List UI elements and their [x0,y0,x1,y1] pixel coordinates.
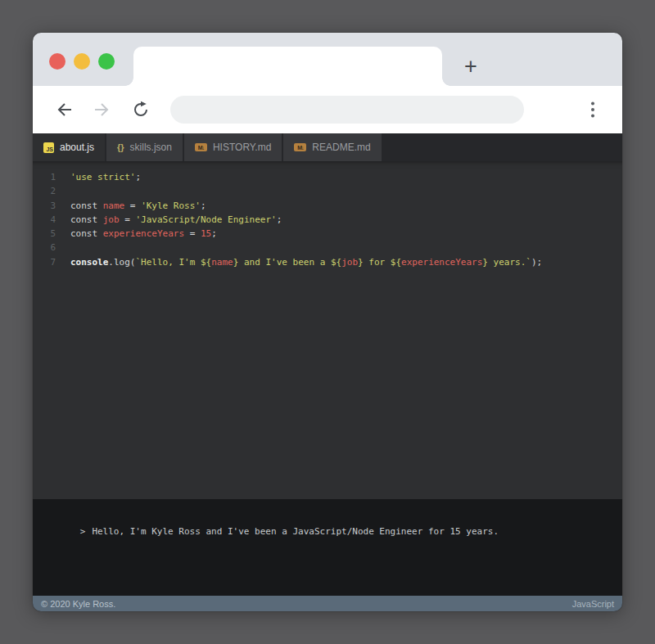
browser-window: + JSabout.js{}skills.jsonM↓HISTORY.mdM↓R… [33,33,622,611]
json-file-icon: {} [117,142,124,152]
new-tab-button[interactable]: + [457,52,485,80]
code-line: 4const job = 'JavaScript/Node Engineer'; [33,213,622,227]
forward-button[interactable] [93,100,112,119]
code-line: 3const name = 'Kyle Ross'; [33,199,622,213]
editor-tab-label: README.md [312,142,370,153]
editor-tab-history-md[interactable]: M↓HISTORY.md [184,133,282,161]
window-minimize-button[interactable] [74,53,90,70]
browser-tab[interactable] [133,47,442,86]
status-bar: © 2020 Kyle Ross. JavaScript [33,596,622,611]
code-text: const job = 'JavaScript/Node Engineer'; [70,213,282,227]
code-editor: 1'use strict';2 3const name = 'Kyle Ross… [33,161,622,499]
code-line: 5const experienceYears = 15; [33,227,622,241]
code-text [70,184,76,198]
code-line: 1'use strict'; [33,170,622,184]
editor-tab-readme-md[interactable]: M↓README.md [283,133,381,161]
js-file-icon: JS [43,142,54,153]
code-line: 7console.log(`Hello, I'm ${name} and I'v… [33,255,622,269]
editor-tab-label: HISTORY.md [213,142,271,153]
window-close-button[interactable] [49,53,66,70]
url-bar[interactable] [170,96,524,124]
md-file-icon: M↓ [195,143,207,151]
code-text: console.log(`Hello, I'm ${name} and I've… [70,255,542,269]
line-number: 1 [33,170,56,184]
editor-tab-about-js[interactable]: JSabout.js [33,133,105,161]
line-number: 3 [33,199,56,213]
code-text: const experienceYears = 15; [70,227,217,241]
code-text: 'use strict'; [70,170,141,184]
console-output: >Hello, I'm Kyle Ross and I've been a Ja… [33,499,622,547]
console-message: Hello, I'm Kyle Ross and I've been a Jav… [92,526,499,537]
code-line: 6 [33,241,622,254]
editor-tab-label: about.js [60,142,94,153]
back-button[interactable] [54,100,74,119]
line-number: 2 [33,184,56,198]
window-maximize-button[interactable] [98,53,115,70]
editor-tab-skills-json[interactable]: {}skills.json [106,133,183,161]
md-file-icon: M↓ [294,143,306,151]
language-badge: JavaScript [572,599,614,609]
menu-button[interactable] [587,100,599,119]
editor-tab-bar: JSabout.js{}skills.jsonM↓HISTORY.mdM↓REA… [33,133,622,161]
line-number: 5 [33,227,56,241]
code-text: const name = 'Kyle Ross'; [70,199,206,213]
code-line: 2 [33,184,622,198]
console-prompt: > [80,526,86,537]
browser-toolbar [33,86,622,133]
console-panel: >Hello, I'm Kyle Ross and I've been a Ja… [33,499,622,596]
line-number: 7 [33,255,56,269]
copyright-text: © 2020 Kyle Ross. [41,599,115,609]
editor-tab-label: skills.json [130,142,172,153]
browser-chrome: + [33,33,622,86]
line-number: 6 [33,241,56,254]
code-text [70,241,76,254]
reload-button[interactable] [131,100,151,119]
line-number: 4 [33,213,56,227]
